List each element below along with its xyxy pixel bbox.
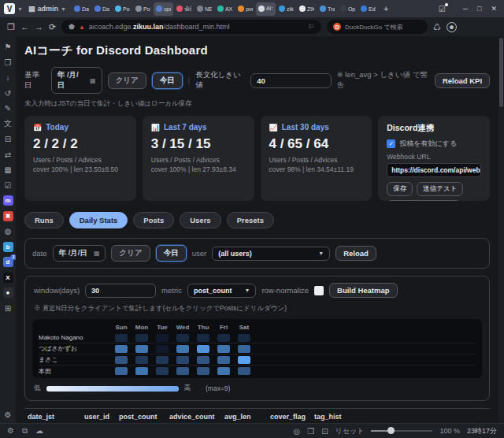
heatmap-cell[interactable] bbox=[152, 367, 172, 375]
base-date-input[interactable]: 年 /月/日 ▦ bbox=[51, 67, 102, 94]
browser-tab[interactable]: AX: bbox=[215, 2, 235, 16]
sync-icon[interactable]: ⇄ bbox=[3, 150, 13, 160]
heatmap-cell[interactable] bbox=[193, 345, 213, 353]
scrollbar-thumb[interactable] bbox=[499, 38, 503, 107]
search-field[interactable]: D DuckDuckGo で検索 bbox=[327, 20, 428, 34]
web-panel-globe-icon[interactable]: ◍ bbox=[3, 226, 13, 236]
vivaldi-menu-button[interactable]: V bbox=[4, 3, 15, 14]
col-tag-hist[interactable]: tag_hist bbox=[311, 409, 490, 424]
print-icon[interactable]: ⊟ bbox=[3, 134, 13, 144]
col-user-id[interactable]: user_id bbox=[81, 409, 116, 424]
threshold-input[interactable]: 40 bbox=[250, 73, 331, 88]
heatmap-cell[interactable] bbox=[111, 345, 132, 353]
tab-runs[interactable]: Runs bbox=[24, 212, 64, 228]
browser-tab[interactable]: pve bbox=[235, 2, 255, 16]
settings-icon[interactable]: ⚙ bbox=[7, 426, 14, 436]
heatmap-cell[interactable] bbox=[172, 367, 193, 375]
heatmap-cell[interactable] bbox=[152, 356, 172, 364]
browser-tab[interactable]: Por bbox=[133, 2, 153, 16]
page-tiling-icon[interactable]: ⧉ bbox=[22, 426, 28, 436]
col-post-count[interactable]: post_count bbox=[116, 409, 166, 424]
panel-toggle-icon[interactable]: ❐ bbox=[7, 22, 15, 32]
heatmap-cell[interactable] bbox=[172, 345, 193, 353]
adblock-icon[interactable]: ✖ bbox=[3, 211, 13, 221]
tasks-icon[interactable]: ☑ bbox=[3, 180, 13, 191]
web-panel-discord-icon[interactable]: d1 bbox=[3, 257, 13, 267]
clear-button[interactable]: クリア bbox=[108, 72, 146, 89]
heatmap-cell[interactable] bbox=[132, 356, 152, 364]
heatmap-cell[interactable] bbox=[132, 334, 152, 342]
forward-icon[interactable]: → bbox=[35, 22, 43, 32]
reload-icon[interactable]: ⟳ bbox=[49, 22, 56, 32]
heatmap-cell[interactable] bbox=[213, 356, 234, 364]
back-icon[interactable]: ← bbox=[20, 22, 29, 32]
heatmap-cell[interactable] bbox=[152, 334, 172, 342]
tab-daily-stats[interactable]: Daily Stats bbox=[69, 212, 128, 228]
reading-list-icon[interactable]: ❒ bbox=[3, 58, 13, 68]
add-web-panel-icon[interactable]: ⊞ bbox=[3, 303, 13, 314]
calendar-icon[interactable]: ▦ bbox=[3, 165, 13, 175]
tab-users[interactable]: Users bbox=[180, 212, 220, 228]
browser-tab[interactable]: ope bbox=[154, 2, 173, 16]
send-test-button[interactable]: 送信テスト bbox=[417, 182, 463, 196]
heatmap-cell[interactable] bbox=[213, 367, 234, 375]
heatmap-cell[interactable] bbox=[111, 334, 132, 342]
reload-button[interactable]: Reload bbox=[335, 246, 376, 261]
metric-select[interactable]: post_count ▼ bbox=[187, 284, 256, 298]
browser-tab[interactable]: AIコ- bbox=[256, 2, 276, 16]
window-days-input[interactable]: 30 bbox=[85, 284, 156, 298]
profile-chip[interactable]: ▤ admin ▼ bbox=[25, 5, 69, 13]
row-normalize-checkbox[interactable] bbox=[314, 286, 324, 295]
heatmap-cell[interactable] bbox=[234, 334, 254, 342]
sync-cloud-icon[interactable]: ☁ bbox=[35, 426, 43, 436]
bookmark-flag-icon[interactable]: ⚐ bbox=[308, 23, 314, 31]
browser-tab[interactable]: Edi bbox=[358, 2, 378, 16]
heatmap-cell[interactable] bbox=[213, 345, 234, 353]
heatmap-cell[interactable] bbox=[193, 334, 213, 342]
heatmap-cell[interactable] bbox=[111, 356, 132, 364]
col-avg-len[interactable]: avg_len bbox=[221, 409, 267, 424]
avatar[interactable]: ☻ bbox=[447, 22, 457, 32]
save-button[interactable]: 保存 bbox=[387, 182, 413, 196]
heatmap-cell[interactable] bbox=[172, 334, 193, 342]
panel-settings-icon[interactable]: ⚙ bbox=[3, 410, 13, 420]
zoom-slider-knob[interactable] bbox=[387, 427, 395, 434]
dark-panel-icon[interactable]: ● bbox=[3, 288, 13, 298]
insecure-warning-icon[interactable]: ▲ bbox=[79, 24, 85, 31]
user-select[interactable]: (all users) ▼ bbox=[212, 247, 330, 261]
heatmap-cell[interactable] bbox=[234, 345, 254, 353]
page-scrollbar[interactable] bbox=[498, 36, 504, 423]
downloads-icon[interactable]: ↓ bbox=[3, 72, 13, 83]
browser-tab[interactable]: 会議 bbox=[174, 2, 194, 16]
col-advice-count[interactable]: advice_count bbox=[166, 409, 221, 424]
zoom-reset-label[interactable]: リセット bbox=[335, 426, 365, 436]
heatmap-cell[interactable] bbox=[193, 356, 213, 364]
web-panel-bluesky-icon[interactable]: b bbox=[3, 242, 13, 252]
browser-tab[interactable]: Op bbox=[338, 2, 358, 16]
enable-post-checkbox[interactable]: ✓ bbox=[387, 139, 395, 148]
reload-kpi-button[interactable]: Reload KPI bbox=[435, 73, 490, 88]
browser-tab[interactable]: ziku bbox=[276, 2, 296, 16]
heatmap-cell[interactable] bbox=[234, 367, 254, 375]
url-field[interactable]: ⬟ ▲ aicoach.edge.zikuu.lan/dashboard_min… bbox=[61, 20, 321, 34]
notes-icon[interactable]: ✎ bbox=[3, 103, 13, 113]
browser-tab[interactable]: Por bbox=[113, 2, 132, 16]
date-filter-input[interactable]: 年 /月/日 ▦ bbox=[53, 245, 106, 262]
images-toggle-icon[interactable]: ◎ bbox=[294, 427, 301, 436]
tab-presets[interactable]: Presets bbox=[227, 212, 274, 228]
history-icon[interactable]: ↺ bbox=[3, 88, 13, 98]
heatmap-cell[interactable] bbox=[193, 367, 213, 375]
browser-tab[interactable]: Das bbox=[72, 2, 91, 16]
heatmap-cell[interactable] bbox=[152, 345, 172, 353]
browser-tab[interactable]: ZIK bbox=[297, 2, 317, 16]
heatmap-cell[interactable] bbox=[132, 367, 152, 375]
webhook-url-input[interactable]: https://discord.com/api/webhooks bbox=[387, 163, 481, 177]
trash-icon[interactable]: ♺ bbox=[433, 22, 441, 32]
filter-clear-button[interactable]: クリア bbox=[111, 245, 150, 262]
browser-tab[interactable]: NE bbox=[195, 2, 214, 16]
heatmap-cell[interactable] bbox=[234, 356, 254, 364]
today-button[interactable]: 今日 bbox=[152, 72, 183, 89]
filter-today-button[interactable]: 今日 bbox=[156, 245, 187, 262]
heatmap-cell[interactable] bbox=[111, 367, 132, 375]
workspace-icon[interactable]: ☑ bbox=[439, 5, 446, 13]
